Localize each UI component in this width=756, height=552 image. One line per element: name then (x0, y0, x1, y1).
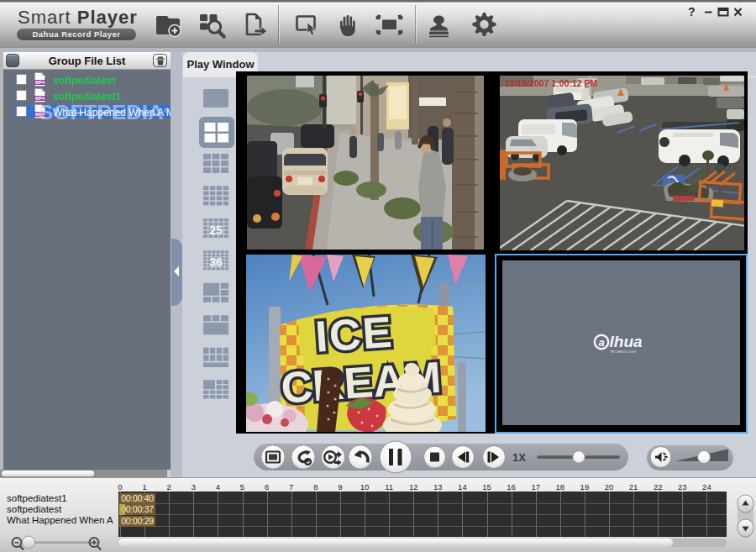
svg-text:MP4: MP4 (35, 96, 45, 101)
svg-text:36: 36 (209, 255, 223, 269)
svg-text:lhua: lhua (610, 333, 643, 350)
svg-text:?: ? (688, 5, 696, 18)
svg-text:MP4: MP4 (35, 80, 45, 85)
svg-text:10/15/2007 1:00:12 PM: 10/15/2007 1:00:12 PM (505, 78, 598, 88)
svg-text:TECHNOLOGY: TECHNOLOGY (610, 350, 637, 354)
svg-text:a: a (599, 336, 605, 349)
svg-text:25: 25 (209, 223, 223, 237)
svg-text:ICE: ICE (314, 307, 396, 360)
svg-text:1X: 1X (512, 451, 526, 464)
